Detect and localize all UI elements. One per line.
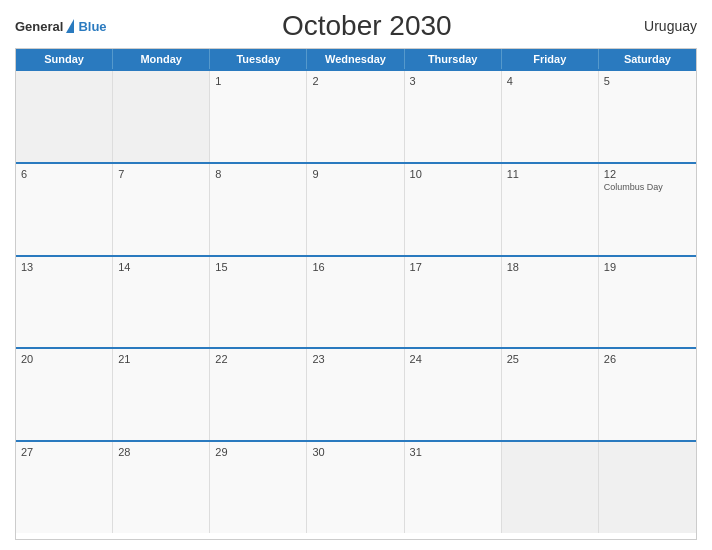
page-header: General Blue October 2030 Uruguay	[15, 10, 697, 42]
day-number: 24	[410, 353, 496, 365]
calendar-header-cell: Friday	[502, 49, 599, 69]
day-number: 10	[410, 168, 496, 180]
day-number: 5	[604, 75, 691, 87]
calendar-day-cell: 10	[405, 164, 502, 255]
calendar-day-cell: 31	[405, 442, 502, 533]
day-number: 8	[215, 168, 301, 180]
calendar-day-cell: 2	[307, 71, 404, 162]
calendar-day-cell: 1	[210, 71, 307, 162]
calendar-day-cell: 11	[502, 164, 599, 255]
logo-triangle-icon	[66, 19, 74, 33]
calendar-grid: SundayMondayTuesdayWednesdayThursdayFrid…	[15, 48, 697, 540]
calendar-day-cell	[502, 442, 599, 533]
calendar-day-cell: 12Columbus Day	[599, 164, 696, 255]
day-number: 27	[21, 446, 107, 458]
calendar-header-cell: Saturday	[599, 49, 696, 69]
calendar-week-row: 12345	[16, 69, 696, 162]
calendar-day-cell	[599, 442, 696, 533]
day-number: 6	[21, 168, 107, 180]
day-number: 18	[507, 261, 593, 273]
calendar-header-cell: Tuesday	[210, 49, 307, 69]
calendar-week-row: 2728293031	[16, 440, 696, 533]
day-number: 15	[215, 261, 301, 273]
calendar-header-cell: Sunday	[16, 49, 113, 69]
calendar-day-cell: 19	[599, 257, 696, 348]
calendar-week-row: 20212223242526	[16, 347, 696, 440]
calendar-day-cell: 14	[113, 257, 210, 348]
calendar-day-cell: 25	[502, 349, 599, 440]
day-number: 16	[312, 261, 398, 273]
day-number: 2	[312, 75, 398, 87]
day-number: 29	[215, 446, 301, 458]
logo-general: General	[15, 19, 63, 34]
logo-blue: Blue	[78, 19, 106, 34]
calendar-day-cell	[16, 71, 113, 162]
day-number: 26	[604, 353, 691, 365]
day-number: 14	[118, 261, 204, 273]
day-number: 9	[312, 168, 398, 180]
calendar-day-cell: 16	[307, 257, 404, 348]
calendar-day-cell: 21	[113, 349, 210, 440]
page-title: October 2030	[107, 10, 627, 42]
calendar-day-cell: 13	[16, 257, 113, 348]
calendar-day-cell: 6	[16, 164, 113, 255]
day-number: 12	[604, 168, 691, 180]
calendar-day-cell: 17	[405, 257, 502, 348]
day-number: 3	[410, 75, 496, 87]
calendar-body: 123456789101112Columbus Day1314151617181…	[16, 69, 696, 533]
calendar-day-cell: 4	[502, 71, 599, 162]
day-number: 4	[507, 75, 593, 87]
day-number: 7	[118, 168, 204, 180]
calendar-day-cell: 22	[210, 349, 307, 440]
calendar-day-cell: 23	[307, 349, 404, 440]
calendar-header-row: SundayMondayTuesdayWednesdayThursdayFrid…	[16, 49, 696, 69]
calendar-day-cell	[113, 71, 210, 162]
day-number: 23	[312, 353, 398, 365]
calendar-day-cell: 20	[16, 349, 113, 440]
calendar-day-cell: 9	[307, 164, 404, 255]
day-number: 17	[410, 261, 496, 273]
day-number: 21	[118, 353, 204, 365]
calendar-page: General Blue October 2030 Uruguay Sunday…	[0, 0, 712, 550]
day-number: 22	[215, 353, 301, 365]
day-number: 13	[21, 261, 107, 273]
calendar-day-cell: 26	[599, 349, 696, 440]
day-number: 20	[21, 353, 107, 365]
country-label: Uruguay	[627, 18, 697, 34]
calendar-day-cell: 5	[599, 71, 696, 162]
day-number: 1	[215, 75, 301, 87]
day-number: 25	[507, 353, 593, 365]
calendar-header-cell: Wednesday	[307, 49, 404, 69]
calendar-header-cell: Thursday	[405, 49, 502, 69]
calendar-day-cell: 29	[210, 442, 307, 533]
calendar-week-row: 6789101112Columbus Day	[16, 162, 696, 255]
calendar-week-row: 13141516171819	[16, 255, 696, 348]
logo: General Blue	[15, 19, 107, 34]
day-number: 28	[118, 446, 204, 458]
calendar-day-cell: 3	[405, 71, 502, 162]
calendar-day-cell: 15	[210, 257, 307, 348]
calendar-day-cell: 30	[307, 442, 404, 533]
calendar-day-cell: 27	[16, 442, 113, 533]
calendar-day-cell: 18	[502, 257, 599, 348]
calendar-day-cell: 7	[113, 164, 210, 255]
day-number: 19	[604, 261, 691, 273]
calendar-day-cell: 8	[210, 164, 307, 255]
day-number: 31	[410, 446, 496, 458]
calendar-day-cell: 24	[405, 349, 502, 440]
day-number: 11	[507, 168, 593, 180]
day-number: 30	[312, 446, 398, 458]
calendar-header-cell: Monday	[113, 49, 210, 69]
calendar-day-cell: 28	[113, 442, 210, 533]
holiday-label: Columbus Day	[604, 182, 691, 192]
